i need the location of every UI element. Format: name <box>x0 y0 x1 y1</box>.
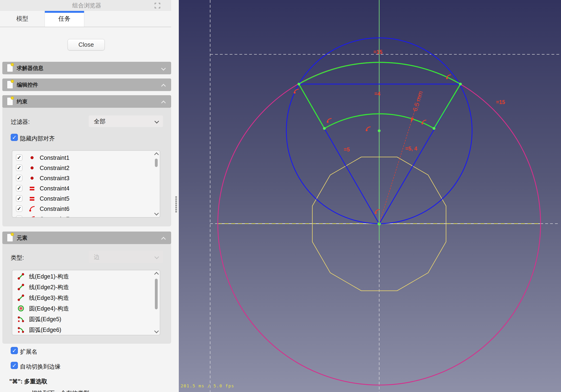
section-label: 求解器信息 <box>17 62 43 74</box>
tangent-glyph-icon[interactable] <box>294 89 299 94</box>
extension-name-checkbox[interactable]: ✓ <box>11 347 18 354</box>
close-button[interactable]: Close <box>68 39 105 50</box>
element-row[interactable]: 圆弧(Edge6) <box>12 325 160 335</box>
tangent-constraint-icon <box>29 205 35 212</box>
tab-tasks-label: 任务 <box>58 15 71 22</box>
equal-constraint-label[interactable]: =15 <box>373 49 382 55</box>
clipped-hint: 切换到下一个有效类型 <box>31 389 147 392</box>
element-name: 圆弧(Edge6) <box>29 325 61 335</box>
constraint-list[interactable]: ✓ Constraint1 ✓ Constraint2 ✓ Constraint… <box>12 150 160 218</box>
element-name: 圆弧(Edge5) <box>29 314 61 324</box>
row-checkbox[interactable]: ✓ <box>16 165 22 171</box>
equal-constraint-icon <box>29 185 35 192</box>
constraint-filter-dropdown[interactable]: 全部 <box>89 115 163 127</box>
element-name: 线(Edge1)-构造 <box>29 271 69 282</box>
panel-title: 组合浏览器 <box>0 0 173 11</box>
scroll-up-icon[interactable] <box>154 272 159 277</box>
chevron-up-icon <box>161 100 166 105</box>
line-edge-icon <box>17 273 24 280</box>
row-checkbox[interactable]: ✓ <box>16 216 22 218</box>
element-list-scrollbar[interactable] <box>154 271 159 334</box>
coincident-dot-icon <box>29 175 35 182</box>
equal-constraint-icon <box>29 195 35 202</box>
hide-internal-alignment-label: 隐藏内部对齐 <box>20 135 55 142</box>
chevron-up-icon <box>161 84 166 88</box>
extension-name-label: 扩展名 <box>20 348 37 356</box>
section-constraints[interactable]: 约束 <box>2 95 171 108</box>
render-stats-text: 201.5 ms / 5.0 fps <box>181 383 234 388</box>
coincident-dot-icon <box>29 164 35 171</box>
vertex-point[interactable] <box>432 127 435 130</box>
constraint-row[interactable]: ✓ Constraint4 <box>12 183 160 194</box>
scroll-down-icon[interactable] <box>154 329 159 333</box>
constraint-name: Constraint5 <box>40 194 69 204</box>
tab-model[interactable]: 模型 <box>0 11 44 26</box>
row-checkbox[interactable]: ✓ <box>16 185 22 191</box>
arc-edge-icon <box>17 316 24 323</box>
hide-internal-alignment-checkbox[interactable]: ✓ <box>11 134 18 141</box>
vertex-point[interactable] <box>459 83 462 86</box>
circle-center-point[interactable] <box>378 129 381 132</box>
circle-edge-icon <box>17 305 24 312</box>
constraint-row[interactable]: ✓ Constraint3 <box>12 173 160 183</box>
active-tab-indicator <box>45 11 84 13</box>
sketch-3d-viewport[interactable]: 6.5 mm =15 =4 =5 =5, 4 =15 201.5 ms / 5.… <box>179 0 561 392</box>
element-type-dropdown: 边 <box>89 250 163 263</box>
outer-green-arc[interactable] <box>299 62 461 84</box>
element-name: 线(Edge2)-构造 <box>29 282 69 292</box>
scroll-up-icon[interactable] <box>154 152 159 157</box>
element-row[interactable]: 线(Edge1)-构造 <box>12 271 160 282</box>
auto-switch-checkbox[interactable]: ✓ <box>11 362 18 369</box>
filter-value: 全部 <box>94 115 105 127</box>
row-checkbox[interactable]: ✓ <box>16 206 22 212</box>
sketch-canvas[interactable]: 6.5 mm =15 =4 =5 =5, 4 =15 <box>179 0 561 392</box>
element-list[interactable]: 线(Edge1)-构造 线(Edge2)-构造 线(Edge3)-构造 圆(Ed… <box>12 270 160 335</box>
element-row[interactable]: 线(Edge2)-构造 <box>12 282 160 293</box>
tangent-glyph-icon[interactable] <box>366 127 371 131</box>
constraint-row[interactable]: ✓ Constraint6 <box>12 204 160 214</box>
vertex-point[interactable] <box>323 127 326 130</box>
float-panel-icon[interactable] <box>154 2 161 9</box>
row-checkbox[interactable]: ✓ <box>16 175 22 181</box>
scroll-down-icon[interactable] <box>154 211 159 216</box>
panel-splitter[interactable] <box>171 0 179 392</box>
scrollbar-thumb[interactable] <box>155 279 158 309</box>
element-row[interactable]: 线(Edge3)-构造 <box>12 293 160 303</box>
green-left-line[interactable] <box>299 84 324 128</box>
section-solver-messages[interactable]: 求解器信息 <box>2 62 171 74</box>
scrollbar-thumb[interactable] <box>155 159 158 167</box>
constraint-name: Constraint6 <box>40 204 69 214</box>
line-edge-icon <box>17 283 24 291</box>
constraint-row[interactable]: ✓ Constraint1 <box>12 152 160 163</box>
constraint-row[interactable]: ✓ Constraint7 <box>12 214 160 218</box>
section-elements[interactable]: 元素 <box>2 231 171 244</box>
equal-constraint-label[interactable]: =4 <box>374 91 380 97</box>
constraint-name: Constraint1 <box>40 152 69 163</box>
equal-constraint-label[interactable]: =15 <box>496 99 505 105</box>
tangent-glyph-icon[interactable] <box>327 119 332 123</box>
tab-tasks[interactable]: 任务 <box>44 11 84 27</box>
equal-constraint-label[interactable]: =5 <box>344 147 350 152</box>
constraint-list-scrollbar[interactable] <box>154 152 159 216</box>
task-doc-icon <box>7 97 13 105</box>
constraint-name: Constraint4 <box>40 183 69 194</box>
filter-label: 过滤器: <box>11 118 30 126</box>
row-checkbox[interactable]: ✓ <box>16 195 22 202</box>
section-edit-controls[interactable]: 编辑控件 <box>2 78 171 91</box>
constraint-name: Constraint3 <box>40 173 69 183</box>
freecad-window: 组合浏览器 模型 任务 Close 求解器信息 <box>0 0 561 392</box>
green-right-line[interactable] <box>434 84 461 128</box>
constraint-name: Constraint7 <box>40 214 69 218</box>
constraint-row[interactable]: ✓ Constraint5 <box>12 194 160 204</box>
element-row[interactable]: 圆(Edge4)-构造 <box>12 303 160 314</box>
type-label: 类型: <box>11 254 24 261</box>
element-row[interactable]: 圆弧(Edge5) <box>12 314 160 325</box>
vertex-point[interactable] <box>297 83 300 86</box>
task-doc-icon <box>7 234 13 242</box>
equal-constraint-label[interactable]: =5, 4 <box>405 146 417 152</box>
row-checkbox[interactable]: ✓ <box>16 154 22 161</box>
chevron-down-icon <box>154 254 159 259</box>
dimension-value[interactable]: 6.5 mm <box>411 90 424 112</box>
constraint-row[interactable]: ✓ Constraint2 <box>12 163 160 173</box>
element-name: 线(Edge3)-构造 <box>29 293 69 303</box>
